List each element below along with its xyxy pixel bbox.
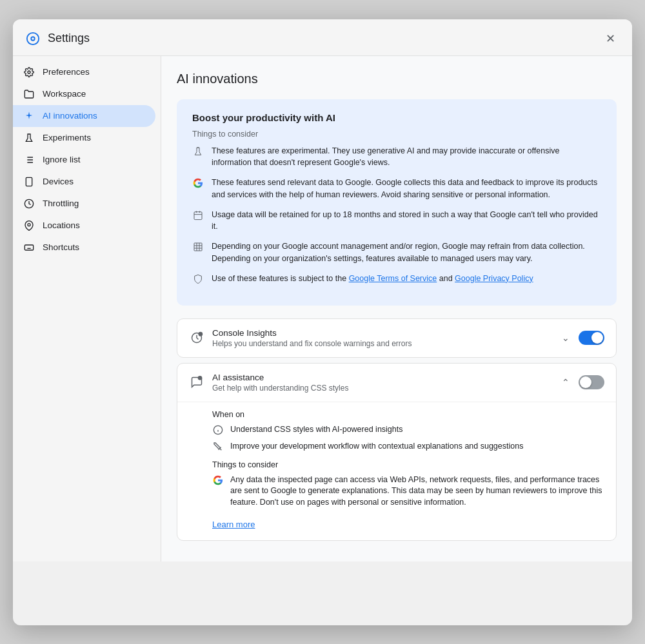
svg-point-1 (31, 37, 35, 41)
console-insights-toggle[interactable] (579, 331, 604, 345)
svg-point-12 (28, 223, 30, 226)
boost-card: Boost your productivity with AI Things t… (177, 99, 617, 306)
svg-point-2 (28, 71, 30, 73)
console-insights-icon: + (189, 330, 204, 346)
settings-window: Settings ✕ Preferences (13, 19, 632, 625)
close-button[interactable]: ✕ (601, 30, 619, 48)
sidebar-item-locations[interactable]: Locations (13, 215, 155, 237)
when-on-item: Improve your development workflow with c… (212, 441, 604, 453)
consideration-text: Depending on your Google account managem… (212, 240, 601, 265)
main-content: AI innovations Boost your productivity w… (161, 56, 632, 562)
console-insights-name: Console Insights (212, 328, 551, 338)
google-small-icon (212, 474, 224, 486)
sparkle-icon (23, 110, 35, 122)
ai-assistance-text: AI assistance Get help with understandin… (212, 373, 551, 393)
console-insights-header: + Console Insights Helps you understand … (177, 319, 616, 357)
devices-icon (23, 176, 35, 188)
experimental-icon (192, 146, 204, 157)
page-title: AI innovations (177, 72, 617, 86)
console-insights-card: + Console Insights Helps you understand … (177, 318, 617, 358)
svg-rect-13 (25, 245, 33, 250)
info-icon (212, 424, 224, 436)
throttle-icon (23, 198, 35, 210)
boost-title: Boost your productivity with AI (192, 112, 601, 123)
sidebar-item-label: Shortcuts (43, 242, 79, 252)
ai-assistance-card: + AI assistance Get help with understand… (177, 363, 617, 542)
consideration-item: Use of these features is subject to the … (192, 273, 601, 285)
sidebar-item-label: AI innovations (43, 111, 97, 121)
consideration-item: These features send relevant data to Goo… (192, 177, 601, 201)
sidebar-item-ignore-list[interactable]: Ignore list (13, 149, 155, 171)
folder-icon (23, 88, 35, 100)
sidebar: Preferences Workspace AI innovations (13, 56, 161, 562)
svg-rect-24 (194, 243, 202, 251)
console-insights-text: Console Insights Helps you understand an… (212, 328, 551, 348)
sidebar-item-experiments[interactable]: Experiments (13, 127, 155, 149)
learn-more-link[interactable]: Learn more (212, 520, 255, 529)
sidebar-item-label: Experiments (43, 133, 91, 142)
consideration-text: Usage data will be retained for up to 18… (212, 209, 601, 233)
ai-assistance-collapse-button[interactable]: ⌃ (559, 375, 572, 390)
when-on-label: When on (212, 410, 604, 419)
when-on-item: Understand CSS styles with AI-powered in… (212, 424, 604, 436)
consideration-text: These features send relevant data to Goo… (212, 177, 601, 201)
sidebar-item-label: Locations (43, 220, 80, 230)
location-icon (23, 220, 35, 231)
keyboard-icon (23, 242, 35, 253)
consideration-item: Usage data will be retained for up to 18… (192, 209, 601, 233)
sidebar-item-label: Preferences (43, 67, 90, 77)
tos-link[interactable]: Google Terms of Service (349, 274, 437, 283)
workflow-icon (212, 441, 224, 453)
consideration-item: These features are experimental. They us… (192, 145, 601, 170)
sidebar-item-preferences[interactable]: Preferences (13, 61, 155, 83)
sidebar-item-workspace[interactable]: Workspace (13, 83, 155, 105)
calendar-icon (192, 210, 204, 221)
google-icon (192, 177, 204, 189)
sidebar-item-throttling[interactable]: Throttling (13, 193, 155, 215)
gear-icon (23, 66, 35, 78)
consideration-item: Any data the inspected page can access v… (212, 474, 604, 509)
ai-assistance-header: + AI assistance Get help with understand… (177, 364, 616, 402)
sidebar-item-label: Throttling (43, 199, 79, 208)
svg-point-0 (27, 32, 39, 44)
privacy-link[interactable]: Google Privacy Policy (455, 274, 533, 283)
consideration-text: Use of these features is subject to the … (212, 273, 533, 285)
ai-assistance-name: AI assistance (212, 373, 551, 382)
sidebar-item-shortcuts[interactable]: Shortcuts (13, 237, 155, 259)
building-icon (192, 241, 204, 253)
ai-assistance-icon: + (189, 375, 204, 390)
consideration-text: Any data the inspected page can access v… (230, 474, 604, 509)
consideration-text: These features are experimental. They us… (212, 145, 601, 170)
titlebar: Settings ✕ (13, 19, 632, 56)
ai-assistance-desc: Get help with understanding CSS styles (212, 384, 551, 393)
sidebar-item-label: Workspace (43, 89, 86, 99)
svg-line-38 (220, 448, 222, 450)
when-on-text: Improve your development workflow with c… (230, 441, 523, 453)
when-on-text: Understand CSS styles with AI-powered in… (230, 424, 403, 436)
sidebar-item-label: Devices (43, 177, 74, 186)
ai-assistance-toggle[interactable] (579, 375, 604, 389)
console-insights-expand-button[interactable]: ⌄ (559, 330, 572, 346)
things-to-consider-label: Things to consider (192, 130, 601, 139)
window-title: Settings (48, 32, 593, 45)
sidebar-item-devices[interactable]: Devices (13, 171, 155, 193)
ai-assistance-controls: ⌃ (559, 375, 604, 390)
console-insights-controls: ⌄ (559, 330, 604, 346)
sidebar-item-label: Ignore list (43, 155, 81, 164)
svg-rect-20 (194, 211, 202, 219)
console-insights-desc: Helps you understand and fix console war… (212, 339, 551, 348)
ai-assistance-expanded: When on Understand CSS styles with AI-po… (177, 402, 616, 541)
things-to-consider-label: Things to consider (212, 460, 604, 469)
flask-icon (23, 132, 35, 144)
list-icon (23, 154, 35, 166)
settings-icon (26, 32, 40, 46)
sidebar-item-ai-innovations[interactable]: AI innovations (13, 105, 155, 127)
consideration-item: Depending on your Google account managem… (192, 240, 601, 265)
shield-icon (192, 273, 204, 285)
